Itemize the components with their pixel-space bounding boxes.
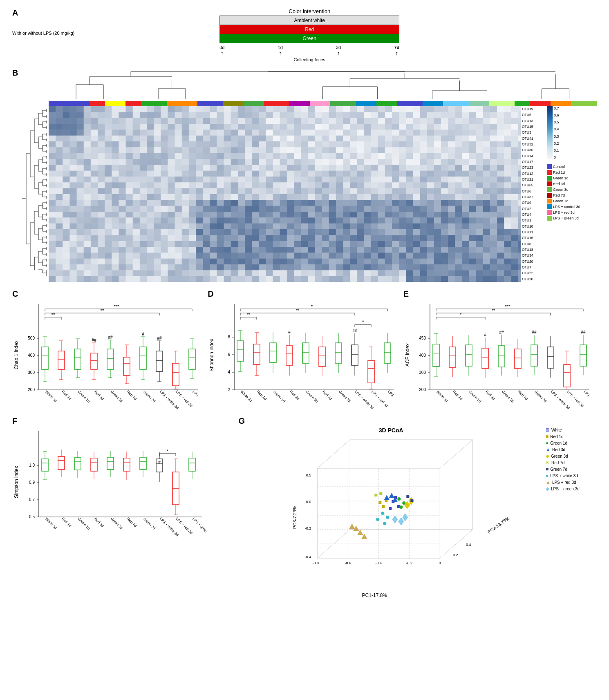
svg-rect-358 bbox=[84, 124, 91, 130]
svg-rect-1096 bbox=[350, 182, 358, 188]
scale-06: 0.6 bbox=[554, 113, 559, 117]
svg-rect-1478 bbox=[84, 217, 91, 224]
svg-rect-1099 bbox=[371, 182, 378, 188]
svg-rect-1181 bbox=[455, 188, 463, 195]
svg-rect-1127 bbox=[77, 188, 84, 195]
svg-rect-1171 bbox=[385, 188, 392, 195]
svg-rect-2003 bbox=[329, 259, 336, 265]
svg-rect-1012 bbox=[252, 177, 260, 183]
svg-rect-2041 bbox=[105, 264, 112, 271]
svg-rect-2044 bbox=[126, 264, 133, 271]
svg-rect-1598 bbox=[434, 224, 441, 230]
svg-rect-1637 bbox=[217, 229, 224, 235]
svg-rect-1828 bbox=[84, 247, 91, 253]
svg-rect-311 bbox=[245, 118, 252, 124]
svg-rect-712 bbox=[112, 153, 119, 159]
svg-rect-1898 bbox=[84, 253, 91, 259]
svg-text:-0.8: -0.8 bbox=[313, 561, 319, 565]
svg-rect-1506 bbox=[280, 217, 287, 224]
svg-rect-535 bbox=[343, 136, 350, 142]
svg-rect-1814 bbox=[476, 241, 484, 247]
svg-rect-662 bbox=[252, 147, 260, 153]
svg-rect-397 bbox=[357, 124, 365, 130]
svg-rect-1870 bbox=[378, 247, 385, 253]
svg-rect-859 bbox=[161, 165, 168, 171]
svg-rect-1081 bbox=[245, 182, 252, 188]
svg-rect-1750 bbox=[518, 235, 521, 241]
svg-rect-1299 bbox=[301, 200, 309, 206]
svg-rect-2323 bbox=[189, 349, 195, 369]
svg-rect-149 bbox=[91, 106, 98, 112]
svg-rect-1811 bbox=[455, 241, 463, 247]
svg-rect-1418 bbox=[154, 212, 161, 218]
svg-text:4: 4 bbox=[228, 370, 231, 374]
svg-text:White 3d: White 3d bbox=[240, 389, 253, 403]
svg-rect-811 bbox=[315, 159, 322, 165]
svg-rect-1447 bbox=[357, 212, 365, 218]
svg-rect-1139 bbox=[161, 188, 168, 195]
svg-rect-1917 bbox=[217, 253, 224, 259]
svg-rect-971 bbox=[455, 171, 463, 177]
svg-rect-1365 bbox=[273, 206, 280, 212]
svg-rect-1912 bbox=[182, 253, 189, 259]
svg-rect-549 bbox=[441, 136, 448, 142]
svg-rect-624 bbox=[476, 141, 484, 148]
svg-rect-726 bbox=[210, 153, 217, 159]
svg-rect-1943 bbox=[399, 253, 407, 259]
svg-rect-1248 bbox=[434, 194, 441, 200]
svg-rect-1895 bbox=[63, 253, 70, 259]
svg-rect-2130 bbox=[238, 270, 245, 276]
svg-rect-1966 bbox=[70, 259, 77, 265]
svg-rect-540 bbox=[378, 136, 385, 142]
svg-rect-312 bbox=[252, 118, 260, 124]
svg-rect-266 bbox=[420, 112, 428, 118]
svg-rect-1633 bbox=[189, 229, 196, 235]
svg-rect-706 bbox=[70, 153, 77, 159]
svg-rect-510 bbox=[168, 136, 175, 142]
svg-rect-2107 bbox=[77, 270, 84, 276]
svg-rect-1185 bbox=[483, 188, 490, 195]
svg-rect-2290 bbox=[107, 349, 114, 369]
svg-rect-833 bbox=[469, 159, 477, 165]
svg-rect-1251 bbox=[455, 194, 463, 200]
svg-rect-2076 bbox=[350, 264, 358, 271]
svg-rect-2216 bbox=[350, 276, 358, 282]
svg-rect-1084 bbox=[266, 182, 273, 188]
svg-rect-724 bbox=[196, 153, 203, 159]
svg-rect-934 bbox=[196, 171, 203, 177]
svg-rect-965 bbox=[413, 171, 421, 177]
svg-rect-1903 bbox=[119, 253, 126, 259]
svg-rect-917 bbox=[77, 171, 84, 177]
svg-rect-2146 bbox=[350, 270, 358, 276]
svg-rect-1373 bbox=[329, 206, 336, 212]
svg-rect-2075 bbox=[343, 264, 350, 271]
svg-rect-534 bbox=[336, 136, 343, 142]
svg-rect-796 bbox=[210, 159, 217, 165]
svg-rect-2011 bbox=[385, 259, 392, 265]
svg-rect-1356 bbox=[210, 206, 217, 212]
svg-rect-302 bbox=[182, 118, 189, 124]
svg-rect-992 bbox=[112, 177, 119, 183]
svg-rect-1971 bbox=[105, 259, 112, 265]
svg-rect-452 bbox=[252, 130, 260, 136]
svg-rect-317 bbox=[287, 118, 294, 124]
svg-rect-153 bbox=[119, 106, 126, 112]
svg-rect-1141 bbox=[175, 188, 182, 195]
svg-rect-834 bbox=[476, 159, 484, 165]
svg-rect-700 bbox=[518, 147, 521, 153]
svg-rect-1756 bbox=[70, 241, 77, 247]
svg-rect-1723 bbox=[329, 235, 336, 241]
svg-rect-1606 bbox=[490, 224, 497, 230]
svg-rect-513 bbox=[189, 136, 196, 142]
svg-rect-614 bbox=[406, 141, 414, 148]
svg-rect-198 bbox=[434, 106, 441, 112]
svg-rect-2235 bbox=[483, 276, 490, 282]
svg-rect-1173 bbox=[399, 188, 407, 195]
svg-rect-2005 bbox=[343, 259, 350, 265]
svg-rect-2050 bbox=[168, 264, 175, 271]
svg-rect-447 bbox=[217, 130, 224, 136]
svg-rect-2052 bbox=[182, 264, 189, 271]
svg-rect-226 bbox=[140, 112, 147, 118]
svg-rect-1180 bbox=[448, 188, 456, 195]
svg-rect-2239 bbox=[511, 276, 519, 282]
